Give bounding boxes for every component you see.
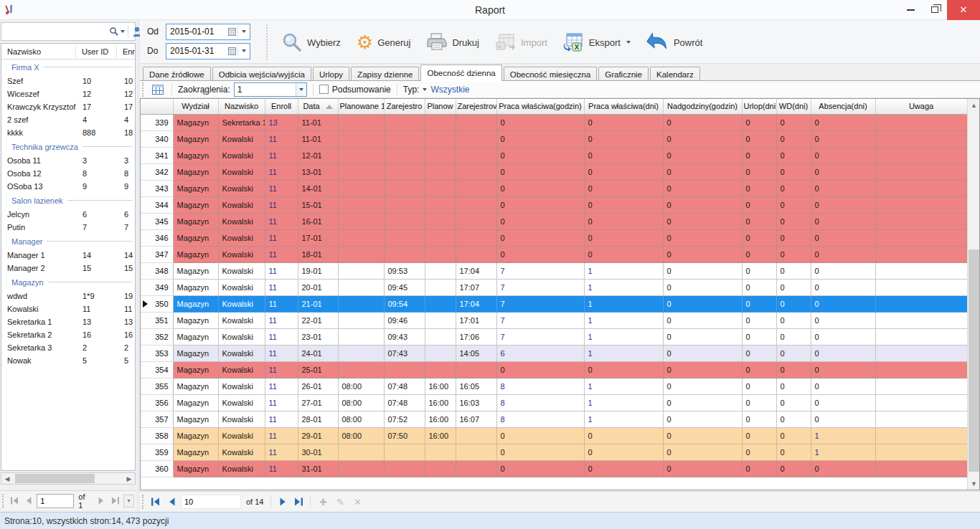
page-input[interactable] [181, 495, 241, 509]
table-row[interactable]: 341MagazynKowalski1112-01000000 [141, 147, 967, 163]
sidebar-prev-page-icon[interactable] [23, 494, 35, 508]
cell-plan2[interactable] [425, 114, 456, 130]
row-number[interactable]: 358 [141, 427, 173, 444]
cell-nadgodziny[interactable]: 0 [663, 394, 742, 411]
row-number[interactable]: 357 [141, 411, 173, 427]
cell-data[interactable]: 18-01 [298, 246, 338, 262]
cell-nazwisko[interactable]: Kowalski [218, 361, 265, 378]
cell-nadgodziny[interactable]: 0 [663, 163, 742, 180]
cell-nadgodziny[interactable]: 0 [663, 180, 742, 196]
cell-urlop[interactable]: 0 [742, 130, 776, 147]
cell-wydzial[interactable]: Magazyn [173, 114, 218, 130]
search-options-caret-icon[interactable] [121, 30, 125, 33]
cell-plan2[interactable] [425, 180, 456, 196]
employee-row[interactable]: Krawczyk Krzysztof1717 [1, 100, 135, 113]
cell-uwaga[interactable] [875, 345, 967, 361]
cell-zar2[interactable] [456, 361, 496, 378]
employee-list-header[interactable]: Nazwisko User ID Enr [1, 44, 135, 59]
cell-wd[interactable]: 0 [776, 378, 811, 394]
cell-urlop[interactable]: 0 [742, 295, 776, 312]
cell-praca_dni[interactable]: 1 [584, 295, 663, 312]
cell-data[interactable]: 26-01 [298, 378, 338, 394]
cell-praca_dni[interactable]: 0 [584, 196, 663, 213]
col-header-plan1[interactable]: Planowane 1 [338, 99, 384, 114]
cell-uwaga[interactable] [875, 361, 967, 378]
cell-enroll[interactable]: 11 [265, 345, 298, 361]
cell-enroll[interactable]: 11 [265, 213, 298, 229]
cell-wydzial[interactable]: Magazyn [173, 345, 218, 361]
cell-praca_dni[interactable]: 0 [584, 114, 663, 130]
cell-nazwisko[interactable]: Kowalski [218, 213, 265, 229]
cell-urlop[interactable]: 0 [742, 147, 776, 163]
cell-nadgodziny[interactable]: 0 [663, 213, 742, 229]
cell-absencja[interactable]: 0 [811, 411, 875, 427]
cell-praca_godz[interactable]: 0 [496, 130, 584, 147]
cell-urlop[interactable]: 0 [742, 460, 776, 477]
cell-nazwisko[interactable]: Kowalski [218, 345, 265, 361]
col-header-enroll[interactable]: Enroll [265, 99, 298, 114]
scroll-right-icon[interactable]: ▶ [123, 473, 135, 484]
cell-plan1[interactable] [338, 196, 384, 213]
cell-urlop[interactable]: 0 [742, 361, 776, 378]
cell-wd[interactable]: 0 [776, 460, 811, 477]
cell-wd[interactable]: 0 [776, 147, 811, 163]
cell-data[interactable]: 19-01 [298, 262, 338, 279]
cell-praca_godz[interactable]: 0 [496, 163, 584, 180]
tab-dane-r-d-owe[interactable]: Dane źródłowe [143, 67, 211, 81]
cell-plan2[interactable] [425, 246, 456, 262]
row-number[interactable]: 342 [141, 163, 173, 180]
cell-praca_godz[interactable]: 0 [496, 180, 584, 196]
cell-nazwisko[interactable]: Kowalski [218, 427, 265, 444]
cell-wydzial[interactable]: Magazyn [173, 394, 218, 411]
cell-uwaga[interactable] [875, 444, 967, 460]
tab-obecno-miesi-czna[interactable]: Obecność miesięczna [504, 67, 598, 81]
cell-zar1[interactable]: 09:43 [384, 328, 425, 345]
cell-plan1[interactable] [338, 361, 384, 378]
cell-zar1[interactable] [384, 114, 425, 130]
cell-absencja[interactable]: 1 [811, 444, 875, 460]
eksport-button[interactable]: X Eksport [557, 27, 637, 57]
cell-plan1[interactable] [338, 229, 384, 246]
cell-plan2[interactable] [425, 163, 456, 180]
cell-plan2[interactable] [425, 345, 456, 361]
cell-data[interactable]: 30-01 [298, 444, 338, 460]
cell-praca_godz[interactable]: 0 [496, 114, 584, 130]
cell-absencja[interactable]: 0 [811, 262, 875, 279]
employee-row[interactable]: Szef1010 [1, 75, 135, 87]
cell-zar1[interactable] [384, 196, 425, 213]
cell-praca_godz[interactable]: 7 [496, 328, 584, 345]
restore-button[interactable] [923, 0, 947, 20]
cell-urlop[interactable]: 0 [742, 427, 776, 444]
cell-wd[interactable]: 0 [776, 295, 811, 312]
grid-view-icon[interactable] [150, 82, 166, 97]
cell-uwaga[interactable] [875, 411, 967, 427]
cell-data[interactable]: 11-01 [298, 114, 338, 130]
cell-praca_dni[interactable]: 0 [584, 246, 663, 262]
cell-wydzial[interactable]: Magazyn [173, 460, 218, 477]
cell-plan1[interactable] [338, 147, 384, 163]
cell-praca_godz[interactable]: 0 [496, 444, 584, 460]
podsumowanie-checkbox[interactable] [319, 85, 329, 94]
cell-data[interactable]: 20-01 [298, 279, 338, 295]
cell-absencja[interactable]: 0 [811, 229, 875, 246]
scroll-down-icon[interactable]: ▼ [968, 477, 980, 490]
cell-urlop[interactable]: 0 [742, 394, 776, 411]
cell-absencja[interactable]: 1 [811, 427, 875, 444]
table-row[interactable]: 350MagazynKowalski1121-0109:5417:0471000… [141, 295, 967, 312]
search-icon[interactable] [109, 27, 119, 37]
cell-praca_dni[interactable]: 0 [584, 163, 663, 180]
cell-wd[interactable]: 0 [776, 411, 811, 427]
employee-row[interactable]: 2 szef44 [1, 113, 135, 126]
cell-enroll[interactable]: 11 [265, 444, 298, 460]
cell-urlop[interactable]: 0 [742, 328, 776, 345]
cell-praca_godz[interactable]: 7 [496, 295, 584, 312]
row-number[interactable]: 356 [141, 394, 173, 411]
cell-nazwisko[interactable]: Kowalski [218, 147, 265, 163]
cell-nazwisko[interactable]: Kowalski [218, 229, 265, 246]
calendar-icon[interactable] [226, 44, 237, 59]
cell-data[interactable]: 21-01 [298, 295, 338, 312]
cell-zar2[interactable]: 16:03 [456, 394, 496, 411]
cell-wydzial[interactable]: Magazyn [173, 295, 218, 312]
cell-plan1[interactable] [338, 262, 384, 279]
cell-uwaga[interactable] [875, 394, 967, 411]
